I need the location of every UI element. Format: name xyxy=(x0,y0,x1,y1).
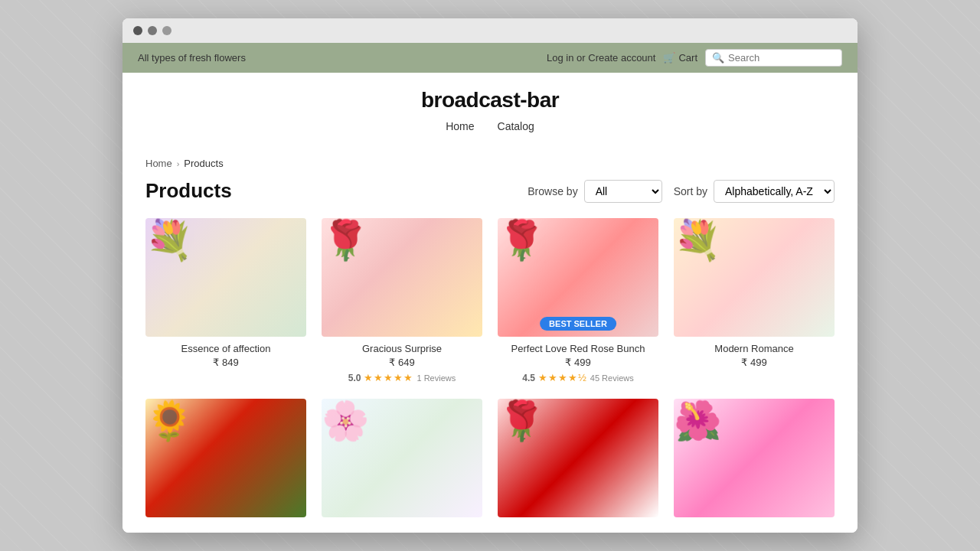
search-icon: 🔍 xyxy=(712,52,724,64)
window-dot-maximize[interactable] xyxy=(162,26,172,35)
rating-score-3: 4.5 xyxy=(522,373,535,383)
tagline: All types of fresh flowers xyxy=(138,52,246,64)
product-image-6: 🌸 xyxy=(322,399,482,517)
product-rating-2: 5.0 ★★★★★ 1 Reviews xyxy=(348,372,456,383)
product-image-4: 💐 xyxy=(674,218,835,337)
site-header: broadcast-bar Home Catalog xyxy=(122,73,858,144)
breadcrumb-separator: › xyxy=(177,159,180,168)
cart-label: Cart xyxy=(678,52,697,64)
site-title: broadcast-bar xyxy=(138,88,842,112)
product-card-1[interactable]: 💐 Essence of affection ₹ 849 xyxy=(145,218,306,383)
browse-by-select[interactable]: All Bouquets Roses Orchids xyxy=(584,180,662,203)
product-name-3: Perfect Love Red Rose Bunch xyxy=(511,343,645,354)
product-image-1: 💐 xyxy=(145,218,306,337)
browse-by-label: Browse by xyxy=(528,185,577,197)
product-image-8: 🌺 xyxy=(674,399,835,517)
product-price-4: ₹ 499 xyxy=(741,357,766,368)
flower-icon-1: 💐 xyxy=(145,219,193,262)
sort-by-group: Sort by Alphabetically, A-Z Alphabetical… xyxy=(674,180,835,203)
product-card-7[interactable]: 🌹 xyxy=(498,399,658,517)
product-card-6[interactable]: 🌸 xyxy=(322,399,482,517)
product-name-4: Modern Romance xyxy=(714,343,793,354)
product-image-3: 🌹 BEST SELLER xyxy=(498,218,658,337)
topbar: All types of fresh flowers Log in or Cre… xyxy=(122,43,858,73)
cart-button[interactable]: 🛒 Cart xyxy=(663,52,697,64)
breadcrumb-current: Products xyxy=(184,158,223,169)
product-card-4[interactable]: 💐 Modern Romance ₹ 499 xyxy=(674,218,835,383)
breadcrumb-home[interactable]: Home xyxy=(145,158,172,169)
stars-2: ★★★★★ xyxy=(364,372,413,383)
filter-controls: Browse by All Bouquets Roses Orchids Sor… xyxy=(528,180,835,203)
product-card-2[interactable]: 🌹 Gracious Surprise ₹ 649 5.0 ★★★★★ 1 Re… xyxy=(322,218,482,383)
flower-icon-7: 🌹 xyxy=(498,399,545,442)
product-price-2: ₹ 649 xyxy=(389,357,414,368)
stars-3: ★★★★½ xyxy=(538,372,587,383)
product-image-5: 🌻 xyxy=(145,399,306,517)
product-name-1: Essence of affection xyxy=(181,343,271,354)
flower-icon-4: 💐 xyxy=(674,219,721,262)
flower-icon-3: 🌹 xyxy=(498,219,545,262)
auth-separator: or xyxy=(577,52,586,64)
create-account-link[interactable]: Create account xyxy=(588,52,655,64)
nav-home[interactable]: Home xyxy=(446,120,474,132)
window-dot-close[interactable] xyxy=(133,26,142,35)
breadcrumb: Home › Products xyxy=(145,152,835,175)
window-dot-minimize[interactable] xyxy=(148,26,157,35)
product-price-3: ₹ 499 xyxy=(565,357,590,368)
browse-by-group: Browse by All Bouquets Roses Orchids xyxy=(528,180,662,203)
login-link[interactable]: Log in xyxy=(547,52,573,64)
product-rating-3: 4.5 ★★★★½ 45 Reviews xyxy=(522,372,633,383)
nav-catalog[interactable]: Catalog xyxy=(498,120,534,132)
flower-icon-6: 🌸 xyxy=(322,399,369,442)
sort-by-select[interactable]: Alphabetically, A-Z Alphabetically, Z-A … xyxy=(714,180,835,203)
review-count-2: 1 Reviews xyxy=(416,373,456,383)
search-bar[interactable]: 🔍 xyxy=(705,49,842,67)
sort-by-label: Sort by xyxy=(674,185,707,197)
site-nav: Home Catalog xyxy=(138,112,842,136)
flower-icon-5: 🌻 xyxy=(145,399,193,442)
products-header: Products Browse by All Bouquets Roses Or… xyxy=(145,175,835,203)
flower-icon-2: 🌹 xyxy=(322,219,369,262)
product-image-2: 🌹 xyxy=(322,218,482,337)
flower-icon-8: 🌺 xyxy=(674,399,721,442)
content-area: Home › Products Products Browse by All B… xyxy=(122,144,858,533)
product-price-1: ₹ 849 xyxy=(213,357,238,368)
review-count-3: 45 Reviews xyxy=(590,373,634,383)
rating-score-2: 5.0 xyxy=(348,373,361,383)
product-name-2: Gracious Surprise xyxy=(362,343,442,354)
products-title: Products xyxy=(145,179,232,203)
browser-window: All types of fresh flowers Log in or Cre… xyxy=(122,18,858,533)
cart-icon: 🛒 xyxy=(663,52,675,64)
window-titlebar xyxy=(122,18,858,43)
topbar-auth: Log in or Create account xyxy=(547,52,655,64)
best-seller-badge: BEST SELLER xyxy=(540,317,616,331)
products-grid: 💐 Essence of affection ₹ 849 🌹 Gracious … xyxy=(145,218,835,517)
product-card-8[interactable]: 🌺 xyxy=(674,399,835,517)
topbar-right: Log in or Create account 🛒 Cart 🔍 xyxy=(547,49,842,67)
product-image-7: 🌹 xyxy=(498,399,658,517)
search-input[interactable] xyxy=(728,52,835,64)
product-card-5[interactable]: 🌻 xyxy=(145,399,306,517)
product-card-3[interactable]: 🌹 BEST SELLER Perfect Love Red Rose Bunc… xyxy=(498,218,658,383)
